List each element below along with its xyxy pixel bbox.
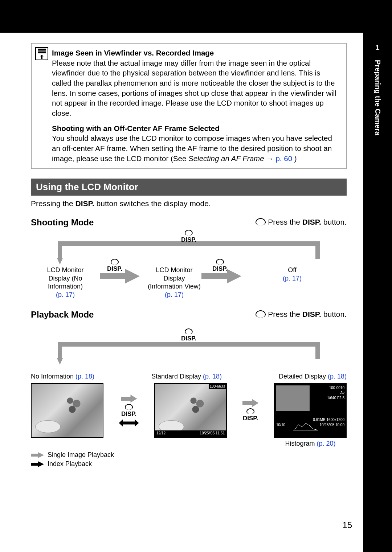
- legend-index: Index Playback: [31, 460, 347, 468]
- playback-legend: Single Image Playback Index Playback: [31, 451, 347, 468]
- det-l5: 10/25/'05 10:00: [319, 422, 344, 428]
- overlay-count: 12/12: [156, 431, 166, 435]
- chapter-number: 1: [363, 44, 392, 52]
- disp-label: DISP.: [181, 335, 196, 342]
- svg-rect-6: [293, 430, 318, 430]
- det-l2: 1/640 F2.8: [311, 396, 344, 401]
- top-black-bar: [0, 0, 392, 33]
- gray-arrow-icon: [121, 394, 137, 402]
- playback-mode-title: Playback Mode: [31, 310, 94, 320]
- thumb-1-col: [31, 383, 103, 438]
- overlay-strip: 12/12 10/25/'05 11:51: [155, 430, 226, 437]
- shooting-mode-title: Shooting Mode: [31, 217, 94, 228]
- playback-mode-row: Playback Mode Press the DISP. button.: [31, 310, 347, 320]
- arrow-2: DISP.: [242, 383, 259, 438]
- section-body-b: button switches the display mode.: [94, 199, 211, 208]
- note-icon: [35, 47, 48, 60]
- pb-col3: Detailed Display (p. 18): [279, 373, 347, 380]
- n1a: LCD Monitor: [47, 266, 83, 274]
- disp-label: DISP.: [212, 265, 228, 273]
- section-body-a: Pressing the: [31, 199, 75, 208]
- overlay-date: 10/25/'05 11:51: [200, 431, 225, 435]
- playback-labels-row: No Information (p. 18) Standard Display …: [31, 373, 347, 380]
- instr-bold: DISP.: [302, 310, 321, 318]
- page-number: 15: [342, 520, 352, 530]
- shooting-node-2: LCD Monitor Display (Information View) (…: [143, 266, 205, 299]
- instr-b: button.: [321, 310, 347, 318]
- n1c: Information): [48, 283, 83, 290]
- black-double-arrow-icon: [119, 419, 139, 426]
- pb-col1-text: No Information: [31, 373, 75, 380]
- eye-icon: [256, 310, 266, 318]
- legend1-text: Single Image Playback: [48, 451, 114, 459]
- disp-label: DISP.: [107, 265, 122, 273]
- disp-mid2: DISP.: [212, 259, 228, 273]
- page-ref-17c[interactable]: (p. 17): [283, 275, 302, 282]
- eye-icon: [216, 259, 224, 265]
- disp-top: DISP.: [181, 230, 196, 244]
- det-l1: Av: [311, 391, 344, 396]
- thumb-detailed: 100-0010 Av 1/640 F2.8 0.81MB 1600x1200 …: [274, 383, 347, 438]
- info-box: Image Seen in Viewfinder vs. Recorded Im…: [31, 43, 347, 169]
- n3a: Off: [288, 266, 297, 274]
- page-ref-17a[interactable]: (p. 17): [56, 291, 75, 298]
- page-ref-18a[interactable]: (p. 18): [75, 373, 94, 380]
- page-ref-18c[interactable]: (p. 18): [328, 373, 347, 380]
- shooting-cycle-diagram: DISP. LCD Monitor Display (No Informatio…: [31, 230, 347, 306]
- svg-marker-0: [57, 258, 63, 265]
- side-black-bar: 1 Preparing the Camera: [363, 0, 392, 552]
- eye-icon: [185, 328, 193, 334]
- instr-bold: DISP.: [302, 218, 321, 226]
- page-ref-18b[interactable]: (p. 18): [203, 373, 222, 380]
- n2b: Display: [163, 275, 185, 282]
- eye-icon: [111, 259, 119, 265]
- shooting-node-3: Off (p. 17): [263, 266, 321, 282]
- legend-single: Single Image Playback: [31, 451, 347, 459]
- thumb-3-col: 100-0010 Av 1/640 F2.8 0.81MB 1600x1200 …: [274, 383, 347, 447]
- black-arrow-icon: [31, 461, 44, 467]
- playback-cycle-diagram: DISP.: [31, 323, 347, 366]
- n1b: Display (No: [48, 275, 82, 282]
- info-heading-2: Shooting with an Off-Center AF Frame Sel…: [52, 124, 220, 132]
- info-paragraph-2-arrow: →: [266, 154, 275, 163]
- eye-icon: [246, 408, 254, 414]
- histogram-label: Histogram (p. 20): [285, 440, 335, 447]
- disp-label: DISP.: [121, 410, 136, 418]
- instr-b: button.: [321, 218, 347, 226]
- det-id: 100-0010: [311, 385, 344, 391]
- page-ref-20[interactable]: (p. 20): [317, 440, 336, 447]
- det-l4: 10/10: [276, 422, 285, 428]
- gray-arrow-icon: [31, 452, 44, 458]
- instr-a: Press the: [268, 218, 302, 226]
- overlay-id: 100-6633: [209, 384, 226, 389]
- thumb-no-info: [31, 383, 103, 438]
- eye-icon: [185, 230, 193, 236]
- info-paragraph-2-italic: Selecting an AF Frame: [188, 154, 264, 163]
- shooting-mode-instruction: Press the DISP. button.: [256, 218, 347, 226]
- disp-top-pb: DISP.: [181, 328, 196, 342]
- info-paragraph-2-end: ): [294, 154, 297, 163]
- shooting-node-1: LCD Monitor Display (No Information) (p.…: [38, 266, 93, 299]
- chapter-title: Preparing the Camera: [373, 60, 382, 135]
- page-ref-17b[interactable]: (p. 17): [165, 291, 184, 298]
- section-heading: Using the LCD Monitor: [31, 179, 347, 196]
- histogram-icon: [293, 422, 318, 431]
- eye-icon: [125, 404, 133, 410]
- thumb-standard: 100-6633 12/12 10/25/'05 11:51: [154, 383, 227, 438]
- playback-thumbnails: DISP. 100-6633 12/12 10/25/'05 11:51 DIS…: [31, 383, 347, 447]
- page-ref-60[interactable]: p. 60: [275, 154, 292, 163]
- hist-text: Histogram: [285, 440, 317, 447]
- disp-mid1: DISP.: [107, 259, 122, 273]
- section-body: Pressing the DISP. button switches the d…: [31, 199, 347, 208]
- playback-mode-instruction: Press the DISP. button.: [256, 310, 347, 319]
- pb-col1: No Information (p. 18): [31, 373, 94, 380]
- pb-col3-text: Detailed Display: [279, 373, 328, 380]
- shooting-mode-row: Shooting Mode Press the DISP. button.: [31, 217, 347, 228]
- svg-marker-5: [57, 358, 63, 365]
- thumb-2-col: 100-6633 12/12 10/25/'05 11:51: [154, 383, 227, 438]
- gray-arrow-icon: [242, 399, 259, 407]
- n2c: (Information View): [148, 283, 201, 290]
- instr-a: Press the: [268, 310, 302, 318]
- disp-label: DISP.: [181, 236, 196, 244]
- arrow-1: DISP.: [119, 383, 139, 438]
